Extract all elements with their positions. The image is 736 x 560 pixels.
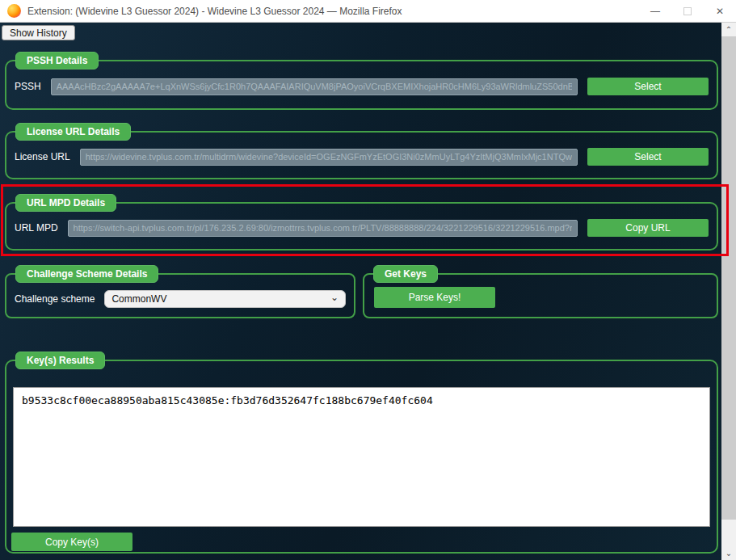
pssh-input[interactable] (51, 78, 578, 95)
title-bar: Extension: (Widevine L3 Guessor 2024) - … (0, 0, 736, 23)
copy-keys-button[interactable]: Copy Key(s) (11, 533, 132, 551)
get-keys-legend: Get Keys (373, 265, 438, 283)
pssh-row: PSSH Select (6, 78, 717, 95)
window-title: Extension: (Widevine L3 Guessor 2024) - … (27, 6, 402, 17)
minimize-button[interactable]: — (639, 0, 671, 22)
license-url-row: License URL Select (6, 148, 717, 166)
pssh-label: PSSH (15, 81, 41, 92)
license-url-details-panel: License URL Details License URL Select (5, 131, 718, 179)
copy-url-button[interactable]: Copy URL (587, 219, 709, 237)
pssh-select-button[interactable]: Select (587, 78, 709, 95)
license-url-select-button[interactable]: Select (587, 148, 709, 166)
keys-results-panel: Key(s) Results b9533c8cf00eca88950aba815… (5, 360, 718, 554)
challenge-scheme-row: Challenge scheme CommonWV ⌄ (6, 290, 354, 308)
parse-keys-button[interactable]: Parse Keys! (374, 287, 495, 308)
maximize-icon (683, 7, 692, 15)
scroll-up-icon: ⌃ (725, 25, 732, 34)
extension-content: Show History PSSH Details PSSH Select Li… (0, 23, 721, 560)
challenge-scheme-selected-value: CommonWV (111, 293, 166, 305)
firefox-icon (7, 4, 21, 18)
challenge-scheme-legend: Challenge Scheme Details (15, 265, 158, 283)
url-mpd-input[interactable] (68, 220, 578, 237)
license-url-label: License URL (15, 151, 70, 162)
url-mpd-row: URL MPD Copy URL (6, 219, 717, 237)
close-icon: ✕ (716, 6, 724, 17)
url-mpd-details-panel: URL MPD Details URL MPD Copy URL (5, 202, 718, 251)
scroll-down-button[interactable]: ⌄ (721, 546, 736, 560)
close-button[interactable]: ✕ (704, 0, 736, 22)
pssh-details-panel: PSSH Details PSSH Select (5, 60, 718, 110)
minimize-icon: — (650, 6, 660, 17)
license-url-input[interactable] (80, 149, 578, 166)
show-history-button[interactable]: Show History (2, 25, 75, 40)
keys-results-textarea[interactable]: b9533c8cf00eca88950aba815c43085e:fb3d76d… (13, 387, 710, 527)
scrollbar-thumb[interactable] (721, 36, 736, 520)
license-url-details-legend: License URL Details (15, 123, 131, 141)
chevron-down-icon: ⌄ (330, 292, 339, 303)
scroll-down-icon: ⌄ (725, 549, 732, 558)
app-window: Extension: (Widevine L3 Guessor 2024) - … (0, 0, 736, 560)
url-mpd-details-legend: URL MPD Details (15, 194, 116, 212)
maximize-button[interactable] (671, 0, 704, 22)
challenge-scheme-panel: Challenge Scheme Details Challenge schem… (5, 273, 355, 318)
get-keys-panel: Get Keys Parse Keys! (363, 273, 718, 318)
pssh-details-legend: PSSH Details (15, 52, 99, 69)
scroll-up-button[interactable]: ⌃ (721, 23, 736, 36)
url-mpd-label: URL MPD (15, 222, 58, 234)
challenge-scheme-select[interactable]: CommonWV ⌄ (104, 290, 346, 308)
window-controls: — ✕ (639, 0, 736, 22)
vertical-scrollbar[interactable]: ⌃ ⌄ (721, 23, 736, 560)
keys-results-legend: Key(s) Results (15, 352, 105, 369)
challenge-scheme-label: Challenge scheme (15, 293, 95, 305)
